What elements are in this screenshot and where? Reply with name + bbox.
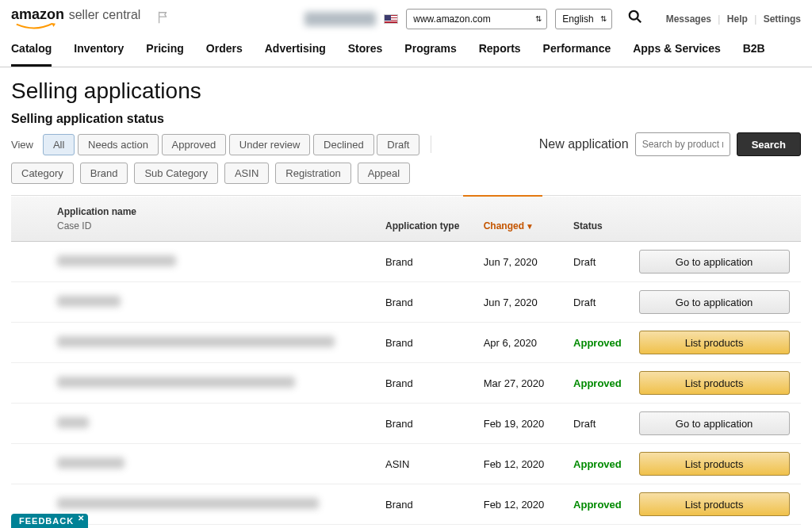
feedback-tab[interactable]: FEEDBACK ✕ (11, 514, 88, 528)
vertical-separator (431, 136, 431, 153)
section-title: Selling application status (0, 109, 812, 132)
settings-link[interactable]: Settings (764, 13, 801, 25)
sort-desc-icon: ▼ (526, 222, 534, 231)
cell-action: Go to application (633, 404, 801, 444)
list-products-button[interactable]: List products (639, 452, 790, 476)
filter-appeal[interactable]: Appeal (358, 163, 410, 184)
cell-action: List products (633, 444, 801, 484)
redacted-application-name (57, 498, 319, 509)
chevron-updown-icon: ⇅ (535, 15, 542, 23)
cell-application-name (11, 404, 379, 444)
svg-point-0 (629, 11, 638, 20)
col-status[interactable]: Status (567, 197, 632, 242)
table-row: BrandFeb 19, 2020DraftGo to application (11, 404, 801, 444)
cell-action: List products (633, 323, 801, 363)
cell-application-type: Brand (379, 323, 477, 363)
list-products-button[interactable]: List products (639, 331, 790, 354)
merchant-name-redacted (304, 12, 376, 26)
cell-application-type: Brand (379, 525, 477, 529)
filter-category[interactable]: Category (11, 163, 74, 184)
close-icon[interactable]: ✕ (78, 514, 85, 522)
search-icon[interactable] (628, 10, 642, 28)
table-row: BrandFeb 12, 2020ApprovedList products (11, 484, 801, 525)
nav-tab-advertising[interactable]: Advertising (265, 42, 326, 67)
table-row: BrandJun 7, 2020DraftGo to application (11, 282, 801, 323)
table-row: ASINFeb 12, 2020ApprovedList products (11, 444, 801, 484)
marketplace-select[interactable]: www.amazon.com ⇅ (406, 9, 547, 29)
cell-status: Approved (567, 323, 632, 363)
nav-tab-b-b[interactable]: B2B (743, 42, 765, 67)
table-row: BrandApr 6, 2020ApprovedList products (11, 323, 801, 363)
redacted-application-name (57, 255, 176, 266)
cell-changed-date: Apr 6, 2020 (477, 323, 567, 363)
new-application-label: New application (539, 137, 629, 151)
filter-draft[interactable]: Draft (377, 134, 419, 155)
cell-status: Approved (567, 444, 632, 484)
feedback-label: FEEDBACK (19, 516, 74, 526)
col-application-name[interactable]: Application name Case ID (11, 197, 379, 242)
nav-tab-catalog[interactable]: Catalog (11, 42, 52, 67)
filter-under-review[interactable]: Under review (229, 134, 311, 155)
cell-status: Approved (567, 363, 632, 404)
list-products-button[interactable]: List products (639, 492, 790, 516)
nav-tab-programs[interactable]: Programs (404, 42, 456, 67)
list-products-button[interactable]: List products (639, 371, 790, 395)
cell-changed-date: Dec 10, 2019 (477, 525, 567, 529)
filter-brand[interactable]: Brand (80, 163, 128, 184)
nav-tab-stores[interactable]: Stores (348, 42, 383, 67)
nav-tab-performance[interactable]: Performance (543, 42, 611, 67)
svg-line-1 (637, 19, 641, 23)
nav-tab-pricing[interactable]: Pricing (146, 42, 183, 67)
us-flag-icon[interactable] (384, 14, 398, 24)
col-action (633, 197, 801, 242)
col-changed[interactable]: Changed▼ (477, 197, 567, 242)
filter-registration[interactable]: Registration (275, 163, 350, 184)
product-search-input[interactable] (635, 132, 730, 156)
cell-changed-date: Jun 7, 2020 (477, 282, 567, 323)
go-to-application-button[interactable]: Go to application (639, 290, 790, 314)
go-to-application-button[interactable]: Go to application (639, 411, 790, 435)
main-nav: CatalogInventoryPricingOrdersAdvertising… (0, 34, 812, 67)
nav-tab-apps-services[interactable]: Apps & Services (633, 42, 721, 67)
topbar-center: www.amazon.com ⇅ English ⇅ Messages | He… (304, 9, 801, 29)
filter-declined[interactable]: Declined (313, 134, 374, 155)
search-button[interactable]: Search (737, 132, 801, 156)
nav-tab-reports[interactable]: Reports (479, 42, 521, 67)
go-to-application-button[interactable]: Go to application (639, 250, 790, 274)
cell-application-name (11, 323, 379, 363)
filter-sub-category[interactable]: Sub Category (134, 163, 218, 184)
filter-approved[interactable]: Approved (162, 134, 227, 155)
cell-action: List products (633, 525, 801, 529)
cell-action: Go to application (633, 282, 801, 323)
filter-asin[interactable]: ASIN (224, 163, 269, 184)
nav-tab-orders[interactable]: Orders (206, 42, 243, 67)
cell-changed-date: Jun 7, 2020 (477, 242, 567, 282)
nav-tab-inventory[interactable]: Inventory (74, 42, 124, 67)
filter-all[interactable]: All (43, 134, 75, 155)
cell-changed-date: Feb 19, 2020 (477, 404, 567, 444)
table-row: BrandJun 7, 2020DraftGo to application (11, 242, 801, 282)
help-link[interactable]: Help (727, 13, 748, 25)
chevron-updown-icon: ⇅ (600, 15, 607, 23)
cell-status: Draft (567, 404, 632, 444)
col-application-type[interactable]: Application type (379, 197, 477, 242)
applications-table: Application name Case ID Application typ… (11, 197, 801, 528)
language-select-value: English (562, 13, 593, 25)
logo[interactable]: amazon seller central (11, 6, 140, 31)
redacted-application-name (57, 377, 295, 388)
redacted-application-name (57, 336, 335, 347)
marketplace-select-value: www.amazon.com (413, 13, 490, 25)
filter-needs-action[interactable]: Needs action (78, 134, 159, 155)
table-row: BrandDec 10, 2019ApprovedList products (11, 525, 801, 529)
cell-application-name (11, 282, 379, 323)
cell-application-type: Brand (379, 404, 477, 444)
language-select[interactable]: English ⇅ (555, 9, 611, 29)
redacted-application-name (57, 457, 124, 469)
cell-application-type: ASIN (379, 444, 477, 484)
cell-application-type: Brand (379, 484, 477, 525)
cell-changed-date: Feb 12, 2020 (477, 484, 567, 525)
new-application-group: New application Search (539, 132, 801, 156)
flag-outline-icon[interactable] (156, 10, 170, 27)
cell-status: Draft (567, 282, 632, 323)
messages-link[interactable]: Messages (666, 13, 711, 25)
